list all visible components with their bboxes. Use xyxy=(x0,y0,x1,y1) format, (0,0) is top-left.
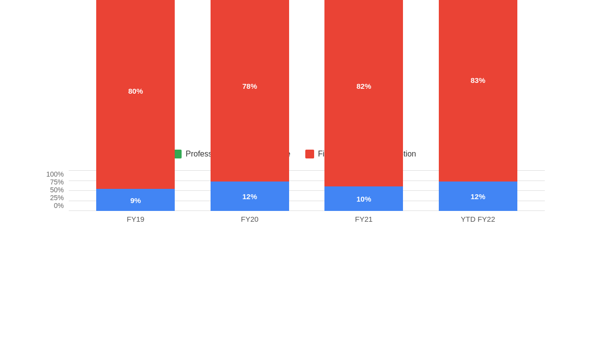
segment-label-subscription: 12% xyxy=(471,192,485,201)
bar-stack-0: 2%8%80%9% xyxy=(96,0,175,211)
bar-group-FY20: 2%8%78%12% xyxy=(211,170,289,211)
bar-group-FY21: 1%7%82%10% xyxy=(324,170,403,211)
segment-fintech: 80% xyxy=(96,0,175,189)
bar-stack-2: 1%7%82%10% xyxy=(324,0,403,211)
y-axis-label: 0% xyxy=(44,202,69,209)
segment-subscription: 12% xyxy=(439,182,517,211)
segment-label-fintech: 80% xyxy=(128,87,143,95)
segment-subscription: 10% xyxy=(324,186,403,211)
bars-row: 2%8%80%9%2%8%78%12%1%7%82%10%1%4%83%12% xyxy=(69,170,545,211)
x-label-FY19: FY19 xyxy=(96,215,175,223)
x-label-FY21: FY21 xyxy=(324,215,403,223)
plot-area: 2%8%80%9%2%8%78%12%1%7%82%10%1%4%83%12% … xyxy=(69,170,545,223)
grid-and-bars: 2%8%80%9%2%8%78%12%1%7%82%10%1%4%83%12% xyxy=(69,170,545,211)
segment-fintech: 82% xyxy=(324,0,403,186)
segment-fintech: 78% xyxy=(211,0,289,182)
bar-group-YTD-FY22: 1%4%83%12% xyxy=(439,170,517,211)
bar-group-FY19: 2%8%80%9% xyxy=(96,170,175,211)
y-axis: 0%25%50%75%100% xyxy=(44,170,69,223)
bar-stack-3: 1%4%83%12% xyxy=(439,0,517,211)
x-label-FY20: FY20 xyxy=(211,215,289,223)
y-axis-label: 100% xyxy=(44,170,69,178)
y-axis-label: 25% xyxy=(44,194,69,202)
x-label-YTD-FY22: YTD FY22 xyxy=(439,215,517,223)
chart-area: 0%25%50%75%100% 2%8%80%9%2%8%78%12%1%7%8… xyxy=(44,170,545,223)
segment-label-fintech: 83% xyxy=(471,76,485,84)
segment-label-fintech: 78% xyxy=(242,82,257,90)
legend-swatch-fintech xyxy=(305,150,314,158)
y-axis-label: 75% xyxy=(44,178,69,186)
y-axis-label: 50% xyxy=(44,186,69,194)
chart-container: Professional Hardware FinTech Subscripti… xyxy=(25,126,564,238)
segment-label-subscription: 9% xyxy=(130,196,141,204)
segment-label-subscription: 12% xyxy=(242,192,257,201)
segment-subscription: 12% xyxy=(211,182,289,211)
segment-subscription: 9% xyxy=(96,189,175,211)
segment-fintech: 83% xyxy=(439,0,517,182)
segment-label-fintech: 82% xyxy=(356,82,371,90)
segment-label-subscription: 10% xyxy=(356,195,371,203)
x-labels: FY19FY20FY21YTD FY22 xyxy=(69,215,545,223)
bar-stack-1: 2%8%78%12% xyxy=(211,0,289,211)
